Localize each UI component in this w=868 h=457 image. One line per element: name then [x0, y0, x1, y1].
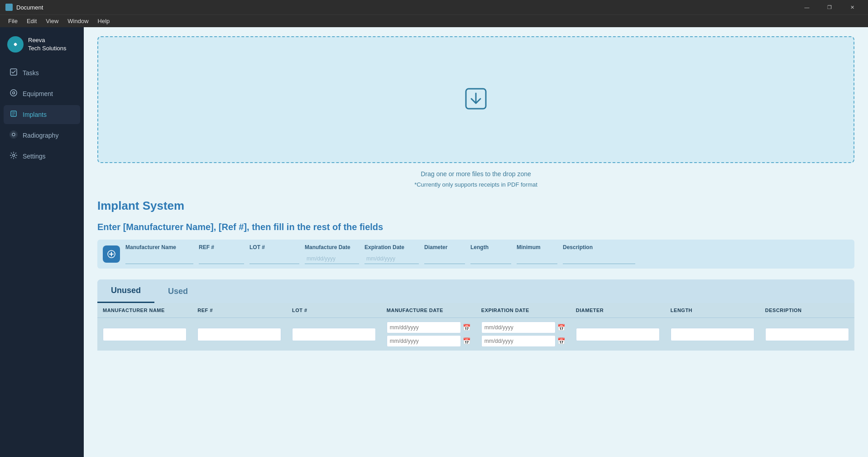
- table-ref-input[interactable]: [197, 328, 281, 341]
- settings-label: Settings: [23, 153, 46, 160]
- equipment-label: Equipment: [23, 90, 53, 97]
- th-ref: REF #: [192, 303, 287, 318]
- length-input[interactable]: [470, 253, 511, 264]
- sidebar-item-equipment[interactable]: Equipment: [4, 84, 80, 103]
- cell-ref: [192, 318, 287, 351]
- table-diameter-input[interactable]: [576, 328, 660, 341]
- radiography-label: Radiography: [23, 132, 58, 139]
- ref-input[interactable]: [199, 253, 244, 264]
- calendar-icon-1[interactable]: 📅: [463, 324, 470, 331]
- tasks-icon: [9, 68, 18, 78]
- ref-label: REF #: [199, 244, 244, 250]
- length-col: Length: [470, 244, 511, 264]
- mfg-date-label: Manufacture Date: [305, 244, 359, 250]
- diameter-input[interactable]: [424, 253, 465, 264]
- th-exp-date: EXPIRATION DATE: [476, 303, 571, 318]
- settings-icon: [9, 151, 18, 161]
- sidebar-item-settings[interactable]: Settings: [4, 147, 80, 166]
- table-exp-date2-input[interactable]: [481, 335, 556, 347]
- instruction-text: Enter [Manufacturer Name], [Ref #], then…: [97, 222, 854, 232]
- calendar-icon-4[interactable]: 📅: [557, 337, 565, 345]
- logo-text: Reeva Tech Solutions: [28, 36, 67, 53]
- mfg-date-input[interactable]: [305, 253, 359, 264]
- restore-button[interactable]: ❐: [819, 0, 840, 14]
- description-col: Description: [563, 244, 635, 264]
- manufacturer-col: Manufacturer Name: [125, 244, 193, 264]
- implant-section: Implant System Enter [Manufacturer Name]…: [97, 188, 854, 351]
- logo-icon: [7, 36, 24, 53]
- sidebar-nav: Tasks Equipment Implants: [0, 63, 84, 166]
- lot-input[interactable]: [249, 253, 299, 264]
- svg-point-6: [11, 132, 16, 137]
- sidebar-logo: Reeva Tech Solutions: [0, 27, 84, 63]
- menu-edit[interactable]: Edit: [22, 16, 41, 26]
- close-button[interactable]: ✕: [842, 0, 863, 14]
- download-icon: [462, 85, 489, 114]
- window-title: Document: [16, 4, 43, 11]
- section-title: Implant System: [97, 199, 854, 213]
- drop-zone[interactable]: [97, 36, 854, 163]
- description-input[interactable]: [563, 253, 635, 264]
- minimum-label: Minimum: [517, 244, 557, 250]
- diameter-col: Diameter: [424, 244, 465, 264]
- cell-manufacturer: [97, 318, 192, 351]
- table-description-input[interactable]: [765, 328, 849, 341]
- length-label: Length: [470, 244, 511, 250]
- add-row-button[interactable]: [103, 245, 120, 263]
- svg-point-8: [13, 154, 15, 157]
- table-mfg-date2-input[interactable]: [387, 335, 461, 347]
- manufacturer-label: Manufacturer Name: [125, 244, 193, 250]
- lot-col: LOT #: [249, 244, 299, 264]
- menu-file[interactable]: File: [4, 16, 22, 26]
- th-manufacturer: MANUFACTURER NAME: [97, 303, 192, 318]
- drop-zone-sub-hint: *Currently only supports receipts in PDF…: [97, 181, 854, 188]
- exp-date-col: Expiration Date: [364, 244, 419, 264]
- exp-date-input[interactable]: [364, 253, 419, 264]
- sidebar-item-implants[interactable]: Implants: [4, 105, 80, 124]
- table-length-input[interactable]: [671, 328, 754, 341]
- diameter-label: Diameter: [424, 244, 465, 250]
- cell-exp-date: 📅 📅: [476, 318, 571, 351]
- table-mfg-date1-input[interactable]: [387, 322, 461, 333]
- menu-help[interactable]: Help: [93, 16, 115, 26]
- table-exp-date1-input[interactable]: [481, 322, 556, 333]
- title-bar: Document — ❐ ✕: [0, 0, 868, 14]
- calendar-icon-2[interactable]: 📅: [463, 337, 470, 345]
- manufacturer-input[interactable]: [125, 253, 193, 264]
- calendar-icon-3[interactable]: 📅: [557, 324, 565, 331]
- menu-window[interactable]: Window: [63, 16, 93, 26]
- ref-col: REF #: [199, 244, 244, 264]
- minimum-input[interactable]: [517, 253, 557, 264]
- tab-unused[interactable]: Unused: [97, 279, 154, 303]
- table-manufacturer-input[interactable]: [103, 328, 187, 341]
- th-description: DESCRIPTION: [760, 303, 854, 318]
- svg-point-5: [12, 133, 15, 136]
- exp-date-label: Expiration Date: [364, 244, 419, 250]
- menu-view[interactable]: View: [41, 16, 63, 26]
- menu-bar: File Edit View Window Help: [0, 14, 868, 27]
- sidebar-item-tasks[interactable]: Tasks: [4, 63, 80, 82]
- cell-mfg-date: 📅 📅: [381, 318, 476, 351]
- table-lot-input[interactable]: [292, 328, 376, 341]
- minimize-button[interactable]: —: [796, 0, 817, 14]
- tab-used[interactable]: Used: [154, 279, 201, 303]
- description-label: Description: [563, 244, 635, 250]
- tabs-section: Unused Used MANUFACTURER NAME REF # LOT …: [97, 279, 854, 351]
- sidebar-item-radiography[interactable]: Radiography: [4, 126, 80, 145]
- implants-label: Implants: [23, 111, 47, 118]
- tab-header: Unused Used: [97, 279, 854, 303]
- implants-icon: [9, 110, 18, 120]
- svg-point-3: [13, 92, 15, 94]
- app-body: Reeva Tech Solutions Tasks: [0, 27, 868, 457]
- drop-zone-hint: Drag one or more files to the drop zone: [97, 170, 854, 178]
- sidebar: Reeva Tech Solutions Tasks: [0, 27, 84, 457]
- th-mfg-date: MANUFACTURE DATE: [381, 303, 476, 318]
- implant-form-row: Manufacturer Name REF # LOT # Manufactur…: [97, 240, 854, 269]
- mfg-date-col: Manufacture Date: [305, 244, 359, 264]
- th-diameter: DIAMETER: [571, 303, 665, 318]
- minimum-col: Minimum: [517, 244, 557, 264]
- table-row: 📅 📅: [97, 318, 854, 351]
- main-content: Drag one or more files to the drop zone …: [84, 27, 868, 457]
- implant-table: MANUFACTURER NAME REF # LOT # MANUFACTUR…: [97, 303, 854, 351]
- svg-point-1: [14, 43, 17, 46]
